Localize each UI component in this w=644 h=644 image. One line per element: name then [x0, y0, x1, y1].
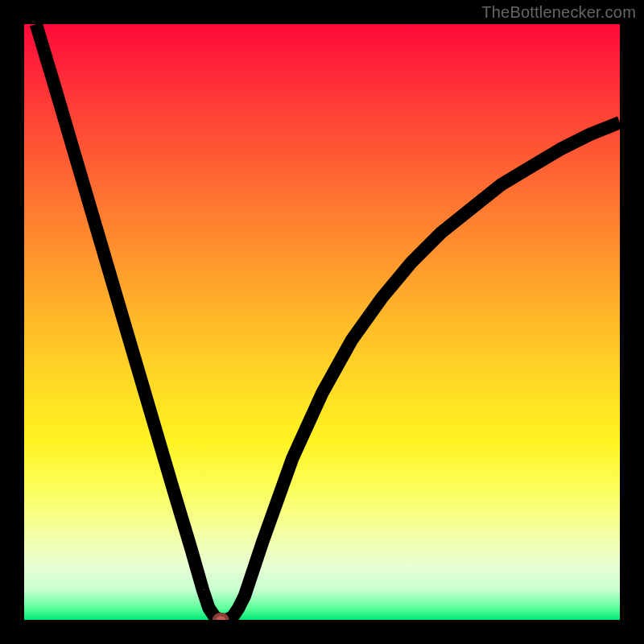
optimum-marker: [214, 614, 227, 620]
curve-svg: [24, 24, 620, 620]
bottleneck-curve: [36, 24, 620, 620]
watermark-text: TheBottlenecker.com: [481, 3, 636, 22]
plot-area: [24, 24, 620, 620]
chart-stage: TheBottlenecker.com: [0, 0, 644, 644]
